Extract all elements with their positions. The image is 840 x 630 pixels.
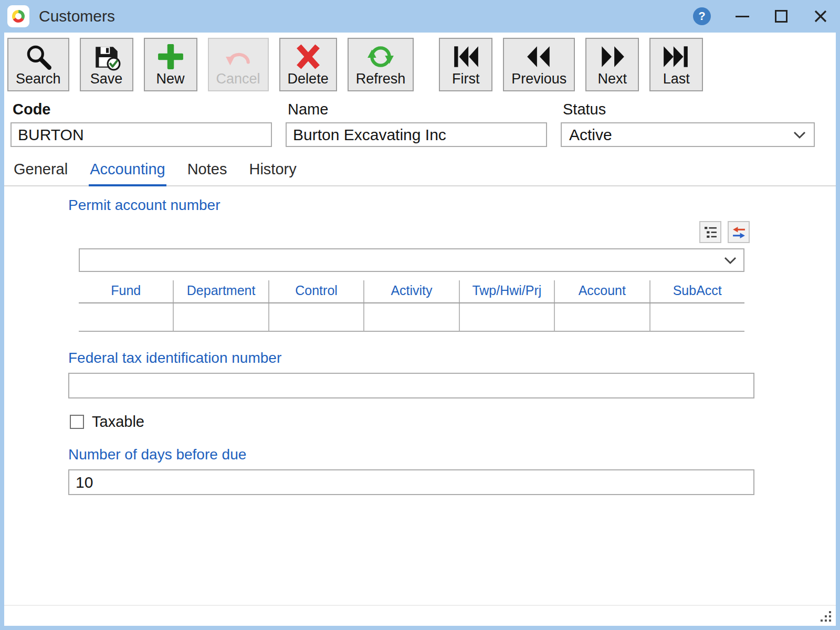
tab-bar: General Accounting Notes History [4, 155, 836, 186]
new-button-label: New [156, 71, 185, 87]
account-toolbar [4, 221, 750, 243]
status-bar [4, 605, 836, 626]
cancel-button: Cancel [208, 38, 269, 91]
accounting-tab-panel: Permit account number [4, 186, 836, 605]
swap-arrows-icon [732, 225, 746, 239]
list-tree-icon [704, 225, 718, 239]
account-table-empty-row[interactable] [79, 303, 744, 332]
window-title: Customers [39, 7, 115, 25]
account-swap-button[interactable] [728, 221, 750, 243]
account-table-header-row: Fund Department Control Activity Twp/Hwi… [79, 280, 744, 303]
delete-button[interactable]: Delete [279, 38, 337, 91]
table-cell[interactable] [79, 303, 173, 331]
column-header-twp-hwi-prj: Twp/Hwi/Prj [459, 280, 554, 302]
name-label: Name [288, 101, 547, 118]
account-list-button[interactable] [699, 221, 721, 243]
tab-history[interactable]: History [248, 155, 297, 185]
status-select[interactable]: Active [561, 122, 815, 147]
first-record-icon [452, 42, 480, 71]
column-header-department: Department [173, 280, 268, 302]
minimize-button[interactable] [735, 9, 750, 24]
last-button[interactable]: Last [649, 38, 703, 91]
table-cell[interactable] [459, 303, 554, 331]
app-icon [7, 5, 29, 27]
column-header-subacct: SubAcct [649, 280, 744, 302]
federal-tax-id-input[interactable] [68, 373, 754, 398]
table-cell[interactable] [554, 303, 649, 331]
column-header-account: Account [554, 280, 649, 302]
save-button[interactable]: Save [80, 38, 133, 91]
last-button-label: Last [663, 71, 690, 87]
save-icon [92, 42, 121, 71]
code-field-group: Code [10, 100, 272, 147]
close-button[interactable] [813, 8, 828, 24]
minimize-icon [736, 16, 749, 17]
taxable-checkbox[interactable] [70, 415, 84, 429]
help-button[interactable]: ? [693, 7, 711, 25]
close-icon [813, 9, 828, 24]
status-field-group: Status Active [561, 100, 815, 147]
permit-account-combo[interactable] [79, 248, 744, 272]
refresh-icon [366, 42, 395, 71]
maximize-icon [775, 10, 788, 23]
refresh-button-label: Refresh [356, 71, 406, 87]
status-select-value: Active [569, 126, 612, 144]
chevron-down-icon [723, 256, 737, 265]
previous-button-label: Previous [511, 71, 566, 87]
help-icon: ? [698, 9, 705, 23]
save-button-label: Save [90, 71, 123, 87]
resize-grip-icon[interactable] [820, 611, 833, 623]
last-record-icon [662, 42, 690, 71]
code-input[interactable] [10, 122, 272, 147]
taxable-label: Taxable [92, 413, 144, 430]
days-before-due-label: Number of days before due [68, 446, 836, 463]
tab-notes[interactable]: Notes [186, 155, 228, 185]
next-button-label: Next [597, 71, 627, 87]
name-field-group: Name [286, 100, 547, 147]
code-label: Code [13, 101, 272, 118]
table-cell[interactable] [649, 303, 744, 331]
new-button[interactable]: New [144, 38, 197, 91]
first-button-label: First [452, 71, 479, 87]
table-cell[interactable] [268, 303, 363, 331]
delete-button-label: Delete [288, 71, 329, 87]
taxable-field-group: Taxable [70, 413, 836, 430]
cancel-button-label: Cancel [216, 71, 260, 87]
chevron-down-icon [793, 131, 806, 139]
delete-icon [294, 42, 322, 71]
column-header-control: Control [268, 280, 363, 302]
new-icon [156, 42, 185, 71]
toolbar: Search Save Ne [4, 33, 836, 98]
permit-account-number-label: Permit account number [68, 197, 836, 214]
tab-general[interactable]: General [13, 155, 69, 185]
status-label: Status [563, 101, 815, 118]
previous-button[interactable]: Previous [503, 38, 575, 91]
refresh-button[interactable]: Refresh [348, 38, 414, 91]
search-icon [24, 42, 52, 71]
cancel-undo-icon [224, 42, 253, 71]
search-button[interactable]: Search [7, 38, 69, 91]
federal-tax-id-label: Federal tax identification number [68, 350, 836, 366]
record-fields: Code Name Status Active [4, 100, 836, 147]
next-record-icon [598, 42, 626, 71]
name-input[interactable] [286, 122, 547, 147]
pie-chart-logo-icon [11, 9, 26, 24]
search-button-label: Search [16, 71, 61, 87]
account-segments-table: Fund Department Control Activity Twp/Hwi… [79, 280, 744, 332]
tab-accounting[interactable]: Accounting [89, 155, 166, 186]
days-before-due-input[interactable] [68, 469, 754, 495]
table-cell[interactable] [363, 303, 458, 331]
column-header-activity: Activity [363, 280, 458, 302]
maximize-button[interactable] [774, 9, 789, 24]
column-header-fund: Fund [79, 280, 173, 302]
first-button[interactable]: First [439, 38, 492, 91]
customers-window: Customers ? [0, 0, 840, 630]
titlebar: Customers ? [4, 0, 836, 33]
next-button[interactable]: Next [585, 38, 639, 91]
table-cell[interactable] [173, 303, 268, 331]
previous-record-icon [525, 42, 553, 71]
